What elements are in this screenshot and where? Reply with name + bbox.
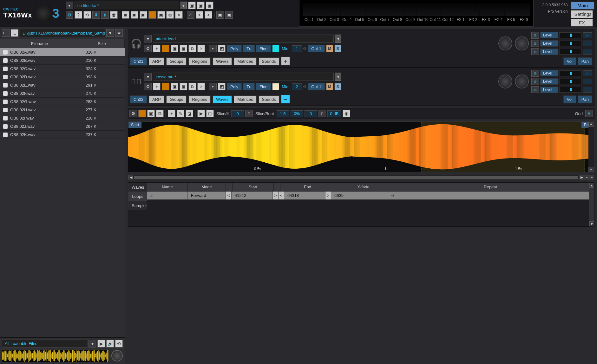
file-row[interactable]: OB8 02I.wav 210 K <box>0 114 125 122</box>
tool-a-button[interactable]: ▣ <box>122 11 129 19</box>
file-row[interactable]: OB8 02C.wav 324 K <box>0 65 125 73</box>
program-dropdown-right[interactable]: ▾ <box>335 73 341 81</box>
level-value[interactable]: -- <box>583 32 592 38</box>
program-folder-button[interactable] <box>162 45 169 52</box>
close-icon[interactable]: × <box>175 11 183 19</box>
channel-tab-groups[interactable]: Groups <box>166 95 187 103</box>
loop-end-prev[interactable]: < <box>279 192 284 199</box>
loop-col-xfade[interactable]: X-fade <box>335 183 392 191</box>
file-row[interactable]: OB8 02J.wav 267 K <box>0 122 125 131</box>
output-label-3[interactable]: Out 4 <box>341 16 353 23</box>
fine-button[interactable]: Fine <box>256 83 271 90</box>
filename-column-header[interactable]: Filename <box>0 39 79 48</box>
channel-tab-regions[interactable]: Regions <box>188 57 211 65</box>
loop-icon[interactable]: ⟲ <box>83 11 91 19</box>
channel-tab-matrices[interactable]: Matrices <box>234 95 256 103</box>
file-row[interactable]: OB8 02E.wav 291 K <box>0 81 125 89</box>
wave-folder-button[interactable] <box>138 110 146 117</box>
wave-gear-icon[interactable]: ⚙ <box>129 110 137 117</box>
zoom-in-button[interactable]: + <box>589 175 594 179</box>
extra-a-button[interactable]: ▣ <box>216 11 224 19</box>
poly-button[interactable]: Poly <box>227 83 242 90</box>
mute-button[interactable]: M <box>326 83 333 90</box>
vol-button[interactable]: Vol <box>563 95 576 103</box>
main-tab-button[interactable]: Main <box>571 2 594 10</box>
loop-scrollbar[interactable]: ▲ ▼ <box>589 183 594 226</box>
fx-tab-button[interactable]: FX <box>571 19 593 27</box>
wave-edit-button[interactable]: ✎ <box>177 110 184 117</box>
loop-end-next[interactable]: > <box>325 192 331 199</box>
loop-row[interactable]: 2 Forward < 41212 > < 64318 > 6639 0 <box>147 192 589 200</box>
level-label[interactable]: Level <box>540 40 558 47</box>
level-meter[interactable] <box>559 49 581 55</box>
level-value[interactable]: -- <box>583 49 592 55</box>
program-gear-icon[interactable]: ⚙ <box>144 45 152 52</box>
loop-col-end[interactable]: End <box>287 183 328 191</box>
prev-button[interactable]: < <box>196 11 203 19</box>
program-opt-a[interactable]: ▪ <box>209 45 217 52</box>
preview-vol-button[interactable]: 🔊 <box>106 340 114 348</box>
output-label-8[interactable]: Out 9 <box>404 16 417 23</box>
fine-button[interactable]: Fine <box>256 45 271 52</box>
output-label-2[interactable]: Out 3 <box>328 16 341 23</box>
loop-region-overlay[interactable] <box>422 122 585 172</box>
channel-remove-button[interactable]: − <box>281 95 290 103</box>
trash-icon[interactable]: 🗑 <box>110 11 118 19</box>
zoom-vert-out[interactable]: − <box>588 167 594 172</box>
level-label[interactable]: Level <box>540 32 558 38</box>
channel-tab-waves[interactable]: Waves <box>213 95 232 103</box>
wave-copy-button[interactable]: ⧉ <box>156 110 164 117</box>
program-opt-b[interactable]: ◩ <box>218 83 226 90</box>
size-column-header[interactable]: Size <box>79 39 125 48</box>
wave-stop-button[interactable]: ◻ <box>206 110 214 117</box>
scroll-right-button[interactable]: ▶ <box>579 175 584 179</box>
tool-c-button[interactable]: ▣ <box>140 11 147 19</box>
volume-knob[interactable] <box>498 75 512 88</box>
program-add-button[interactable]: + <box>153 45 161 52</box>
perf-saveas-button[interactable]: ▣ <box>206 2 213 9</box>
level-label[interactable]: Level <box>540 49 558 55</box>
loop-col-repeat[interactable]: Repeat <box>392 183 589 191</box>
loop-name-cell[interactable]: 2 <box>147 192 188 199</box>
perf-save-button[interactable]: ▣ <box>197 2 205 9</box>
program-copy-button[interactable]: ⧉ <box>188 83 196 90</box>
output-label-5[interactable]: Out 6 <box>366 16 378 23</box>
start-marker[interactable]: Start <box>128 122 142 128</box>
loop-xfade-cell[interactable]: 6639 <box>331 192 388 199</box>
channel-tab-matrices[interactable]: Matrices <box>234 57 256 65</box>
program-gear-icon[interactable]: ⚙ <box>144 83 152 90</box>
level-value[interactable]: -- <box>583 79 592 84</box>
tool-f-button[interactable]: ⧉ <box>166 11 174 19</box>
next-button[interactable]: > <box>205 11 212 19</box>
slice-beat-field[interactable]: 1.5 <box>277 110 289 117</box>
transpose-button[interactable]: Tr. <box>243 45 255 52</box>
output-label-11[interactable]: Out 12 <box>442 16 454 23</box>
output-label-15[interactable]: FX 4 <box>492 16 505 23</box>
level-label[interactable]: Level <box>540 87 558 93</box>
solo-button[interactable]: S <box>334 83 341 90</box>
browser-fav-dropdown[interactable]: ▾ <box>106 29 114 37</box>
pan-button[interactable]: Pan <box>578 95 592 103</box>
pan-button[interactable]: Pan <box>578 57 592 65</box>
perf-new-button[interactable]: ▣ <box>188 2 196 9</box>
loop-col-name[interactable]: Name <box>147 183 188 191</box>
help-icon[interactable]: ? <box>75 11 82 19</box>
file-row[interactable]: OB8 02F.wav 275 K <box>0 89 125 98</box>
program-dropdown-right[interactable]: ▾ <box>335 35 341 43</box>
loop-start-cell[interactable]: 41212 <box>232 192 273 199</box>
program-dropdown-left[interactable]: ▾ <box>144 35 152 42</box>
program-close-button[interactable]: × <box>197 83 205 90</box>
file-row[interactable]: OB8 02G.wav 283 K <box>0 98 125 106</box>
output-label-9[interactable]: Out 10 <box>417 16 429 23</box>
browser-back-button[interactable]: ⟵ <box>2 29 10 37</box>
scroll-left-button[interactable]: ◀ <box>128 175 133 179</box>
solo-button[interactable]: S <box>334 45 341 52</box>
output-label-17[interactable]: FX 6 <box>517 16 530 23</box>
loop-col-mode[interactable]: Mode <box>188 183 226 191</box>
channel-tab-arp[interactable]: ARP <box>149 95 164 103</box>
level-sliders-icon[interactable]: ⎚ <box>531 70 539 77</box>
output-label-13[interactable]: FX 2 <box>467 16 480 23</box>
level-meter[interactable] <box>559 41 581 46</box>
undo-button[interactable]: ↶ <box>187 11 194 19</box>
settings-tab-button[interactable]: Settings <box>571 10 593 18</box>
